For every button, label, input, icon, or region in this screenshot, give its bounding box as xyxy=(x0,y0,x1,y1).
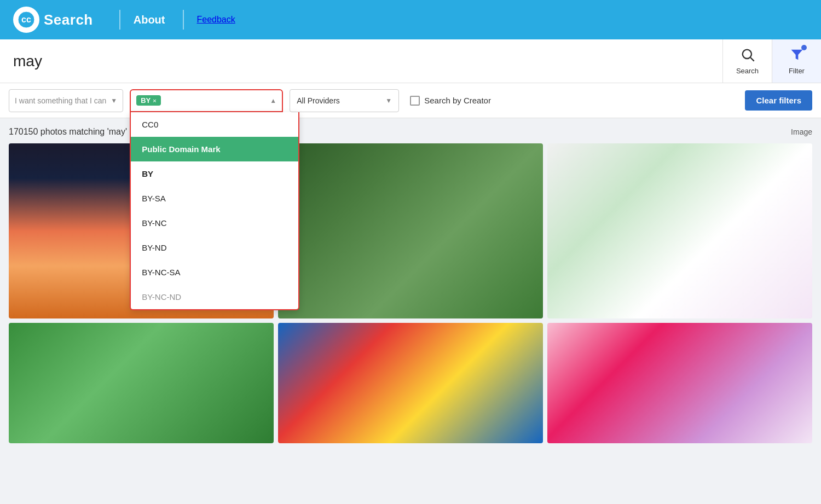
search-actions: Search Filter xyxy=(722,39,821,83)
filters-bar: I want something that I can ▼ BY × ▲ CC0… xyxy=(0,83,821,118)
header: cc Search About Feedback xyxy=(0,0,821,39)
photo-item-sign[interactable] xyxy=(278,323,543,443)
results-count: 170150 photos matching 'may' xyxy=(9,127,127,137)
license-tag-close[interactable]: × xyxy=(153,97,156,104)
license-option-by-nc-nd[interactable]: BY-NC-ND xyxy=(131,285,298,309)
license-option-by-nc-sa[interactable]: BY-NC-SA xyxy=(131,260,298,285)
providers-chevron: ▼ xyxy=(385,97,392,105)
providers-dropdown[interactable]: All Providers ▼ xyxy=(290,89,399,112)
use-dropdown-text: I want something that I can xyxy=(15,96,106,105)
svg-point-2 xyxy=(742,50,751,59)
search-icon xyxy=(740,47,755,65)
photo-item-leaves[interactable] xyxy=(9,323,274,443)
license-option-cc0[interactable]: CC0 xyxy=(131,112,298,137)
cc-logo-icon: cc xyxy=(13,7,39,33)
license-dropdown-trigger[interactable]: BY × ▲ xyxy=(130,89,283,112)
photo-item-plant[interactable] xyxy=(278,143,543,318)
license-tag-label: BY xyxy=(141,96,151,105)
filter-label: Filter xyxy=(789,67,805,75)
filter-button[interactable]: Filter xyxy=(772,39,821,83)
license-option-by-sa[interactable]: BY-SA xyxy=(131,186,298,211)
results-info: 170150 photos matching 'may' Image xyxy=(9,127,812,137)
photo-item-flower[interactable] xyxy=(547,143,812,318)
header-divider xyxy=(119,10,120,30)
header-nav: About xyxy=(134,14,170,26)
license-menu: CC0 Public Domain Mark BY BY-SA BY-NC BY… xyxy=(130,112,299,310)
creator-checkbox[interactable] xyxy=(410,96,420,106)
svg-marker-4 xyxy=(791,50,802,60)
feedback-nav: Feedback xyxy=(197,15,235,25)
filter-active-dot xyxy=(801,45,807,50)
license-option-pdm[interactable]: Public Domain Mark xyxy=(131,137,298,161)
header-divider-2 xyxy=(183,10,184,30)
license-tag-by: BY × xyxy=(136,95,161,106)
creator-label: Search by Creator xyxy=(424,96,491,105)
use-dropdown-chevron: ▼ xyxy=(111,97,117,105)
creator-filter: Search by Creator xyxy=(410,96,491,106)
logo-area[interactable]: cc Search xyxy=(13,7,93,33)
license-dropdown-container: BY × ▲ CC0 Public Domain Mark BY BY-SA B… xyxy=(130,89,283,112)
license-option-by[interactable]: BY xyxy=(131,161,298,186)
license-dropdown-chevron: ▲ xyxy=(270,97,276,105)
photo-grid xyxy=(9,143,812,443)
search-query-display[interactable]: may xyxy=(13,53,722,70)
clear-filters-button[interactable]: Clear filters xyxy=(745,90,812,111)
svg-text:cc: cc xyxy=(21,15,31,24)
license-option-by-nd[interactable]: BY-ND xyxy=(131,235,298,260)
photo-item-pink[interactable] xyxy=(547,323,812,443)
about-link[interactable]: About xyxy=(134,14,165,26)
providers-text: All Providers xyxy=(297,96,381,105)
search-button[interactable]: Search xyxy=(722,39,772,83)
filter-icon xyxy=(789,55,805,64)
license-option-by-nc[interactable]: BY-NC xyxy=(131,211,298,235)
search-label: Search xyxy=(736,67,759,75)
search-bar-area: may Search Filter xyxy=(0,39,821,83)
results-area: 170150 photos matching 'may' Image xyxy=(0,118,821,443)
feedback-link[interactable]: Feedback xyxy=(197,15,235,24)
use-dropdown[interactable]: I want something that I can ▼ xyxy=(9,89,123,112)
logo-text: Search xyxy=(44,11,93,28)
svg-line-3 xyxy=(750,57,754,61)
filter-icon-wrapper xyxy=(789,47,805,65)
results-view-label: Image xyxy=(791,128,812,136)
